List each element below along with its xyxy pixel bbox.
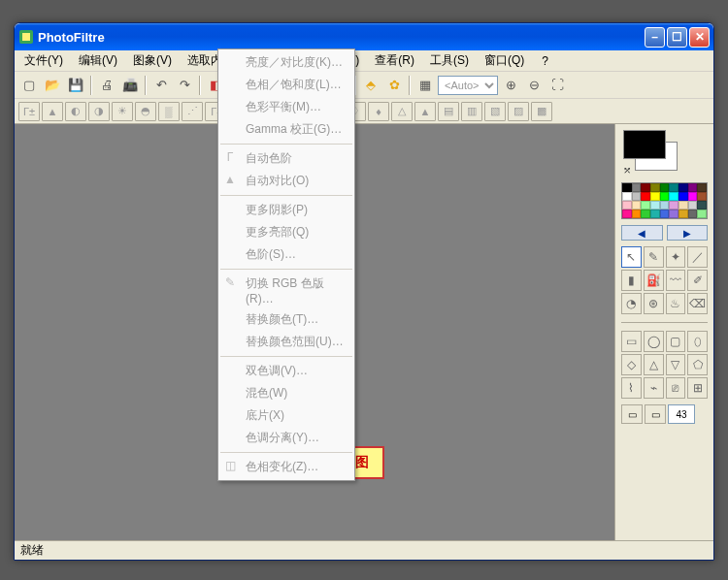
eyedropper-tool-icon[interactable]: ✎ (644, 246, 664, 268)
palette-cell[interactable] (622, 201, 632, 209)
layers-icon[interactable]: ⬘ (360, 75, 381, 96)
bucket-tool-icon[interactable]: ▮ (621, 270, 642, 291)
scan-icon[interactable]: 📠 (119, 75, 141, 96)
palette-cell[interactable] (622, 209, 632, 218)
palette-cell[interactable] (669, 183, 678, 192)
menu-tools[interactable]: 工具(S) (422, 50, 477, 71)
sepia-icon[interactable]: ◑ (88, 102, 110, 121)
palette-cell[interactable] (688, 201, 698, 209)
menu-file[interactable]: 文件(Y) (17, 50, 71, 71)
size-input[interactable] (668, 404, 695, 424)
menu-image[interactable]: 图象(V) (125, 50, 180, 71)
palette-cell[interactable] (678, 209, 688, 218)
palette-cell[interactable] (650, 201, 660, 209)
palette-cell[interactable] (650, 192, 660, 201)
size-preset-1[interactable]: ▭ (621, 404, 643, 424)
palette-cell[interactable] (669, 192, 678, 201)
ellipse-shape-icon[interactable]: ◯ (644, 331, 664, 352)
rect-shape-icon[interactable]: ▭ (621, 331, 642, 352)
menu-hue-shift[interactable]: ◫色相变化(Z)… (218, 456, 354, 478)
palette-cell[interactable] (632, 183, 642, 192)
menu-color-balance[interactable]: 色彩平衡(M)… (218, 96, 354, 118)
menu-auto-contrast[interactable]: ▲自动对比(O) (218, 170, 354, 192)
palette-cell[interactable] (669, 201, 678, 209)
polygon-shape-icon[interactable]: ⬠ (687, 354, 708, 375)
palette-cell[interactable] (632, 192, 642, 201)
new-icon[interactable]: ▢ (18, 75, 40, 96)
menu-window[interactable]: 窗口(Q) (477, 50, 532, 71)
palette-prev-button[interactable]: ◀ (621, 225, 663, 241)
auto-level-icon[interactable]: ▲ (42, 102, 63, 121)
brush-tool-icon[interactable]: 〰 (666, 270, 686, 291)
menu-view[interactable]: 查看(R) (367, 50, 422, 71)
palette-cell[interactable] (641, 192, 650, 201)
close-button[interactable]: ✕ (689, 27, 710, 48)
palette-cell[interactable] (697, 192, 707, 201)
menu-replace-range[interactable]: 替换颜色范围(U)… (218, 331, 354, 353)
soften-icon[interactable]: △ (391, 102, 413, 121)
custom-shape-icon[interactable]: ⊞ (687, 377, 708, 399)
grad3-icon[interactable]: ▨ (508, 102, 529, 121)
palette-cell[interactable] (650, 209, 660, 218)
palette-cell[interactable] (688, 192, 698, 201)
redo-icon[interactable]: ↷ (174, 75, 195, 96)
palette-cell[interactable] (678, 183, 688, 192)
palette-next-button[interactable]: ▶ (667, 225, 709, 241)
foreground-swatch[interactable] (623, 130, 666, 159)
eraser-tool-icon[interactable]: ⌫ (687, 293, 708, 314)
menu-more-shadow[interactable]: 更多阴影(P) (218, 199, 354, 221)
pointer-tool-icon[interactable]: ↖ (621, 246, 642, 268)
grad1-icon[interactable]: ▥ (461, 102, 482, 121)
palette-cell[interactable] (669, 209, 678, 218)
palette-cell[interactable] (650, 183, 660, 192)
palette-cell[interactable] (641, 183, 650, 192)
options-icon[interactable]: ✿ (383, 75, 405, 96)
maximize-button[interactable]: ☐ (667, 27, 687, 48)
palette-cell[interactable] (622, 192, 632, 201)
menu-duotone[interactable]: 双色调(V)… (218, 360, 354, 382)
palette-cell[interactable] (660, 209, 670, 218)
palette-cell[interactable] (697, 209, 707, 218)
palette-cell[interactable] (632, 201, 642, 209)
menu-replace-color[interactable]: 替换颜色(T)… (218, 308, 354, 331)
line-tool-icon[interactable]: ／ (687, 246, 708, 268)
palette-cell[interactable] (660, 183, 670, 192)
zoom-out-icon[interactable]: ⊖ (523, 75, 545, 96)
palette-cell[interactable] (641, 209, 650, 218)
drop-plus-icon[interactable]: ♦ (368, 102, 389, 121)
noise-icon[interactable]: ⋰ (182, 102, 203, 121)
menu-negative[interactable]: 底片(X) (218, 404, 354, 427)
size-preset-2[interactable]: ▭ (645, 404, 666, 424)
harden-icon[interactable]: ▲ (414, 102, 436, 121)
lasso-shape-icon[interactable]: ⬯ (687, 331, 708, 352)
hist-icon[interactable]: ▤ (438, 102, 459, 121)
menu-brightness-contrast[interactable]: 亮度／对比度(K)… (218, 51, 354, 74)
zoom-select[interactable]: <Auto> (438, 76, 498, 95)
palette-cell[interactable] (688, 183, 698, 192)
gray-icon[interactable]: ◐ (65, 102, 86, 121)
menu-swap-rgb[interactable]: ✎切换 RGB 色版(R)… (218, 273, 354, 308)
menu-separate[interactable]: 色调分离(Y)… (218, 427, 354, 449)
print-icon[interactable]: 🖨 (96, 75, 117, 96)
dust-icon[interactable]: ▒ (158, 102, 180, 121)
triangle-up-icon[interactable]: △ (644, 354, 664, 375)
open-icon[interactable]: 📂 (42, 75, 63, 96)
text-shape-icon[interactable]: ⌁ (644, 377, 664, 399)
undo-icon[interactable]: ↶ (150, 75, 172, 96)
clone-tool-icon[interactable]: ⊛ (644, 293, 664, 314)
menu-mix[interactable]: 混色(W) (218, 382, 354, 404)
diamond-shape-icon[interactable]: ◇ (621, 354, 642, 375)
menu-help[interactable]: ? (536, 50, 554, 71)
palette-cell[interactable] (632, 209, 642, 218)
fullscreen-icon[interactable]: ⛶ (546, 75, 568, 96)
palette-cell[interactable] (697, 201, 707, 209)
freehand-shape-icon[interactable]: ⌇ (621, 377, 642, 399)
grad4-icon[interactable]: ▩ (531, 102, 552, 121)
menu-gamma[interactable]: Gamma 校正(G)… (218, 118, 354, 141)
zoom-in-icon[interactable]: ⊕ (500, 75, 521, 96)
palette-cell[interactable] (660, 192, 670, 201)
fit-icon[interactable]: ▦ (414, 75, 436, 96)
palette-cell[interactable] (688, 209, 698, 218)
palette-cell[interactable] (678, 192, 688, 201)
swap-colors-icon[interactable]: ⤱ (623, 165, 635, 177)
